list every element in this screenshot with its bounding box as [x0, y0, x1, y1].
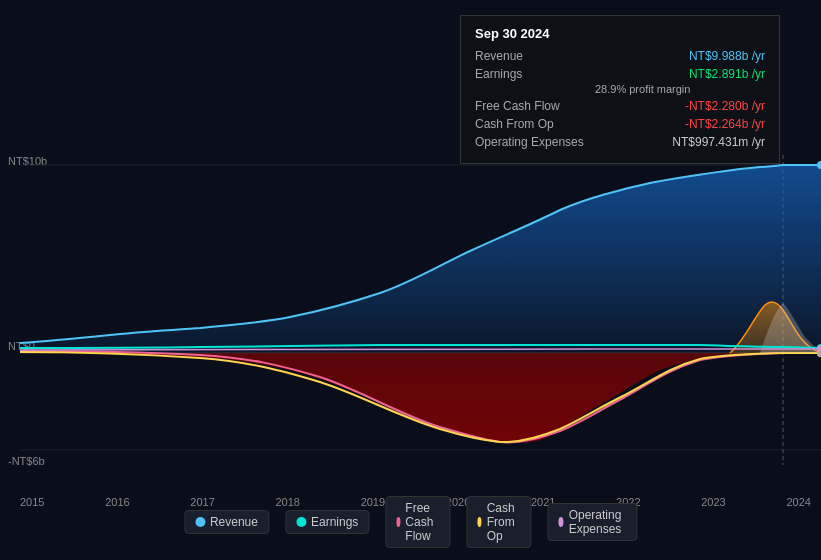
legend-fcf[interactable]: Free Cash Flow — [385, 496, 450, 548]
tooltip-row-revenue: Revenue NT$9.988b /yr — [475, 49, 765, 63]
chart-svg — [0, 155, 821, 465]
tooltip-value-revenue: NT$9.988b /yr — [689, 49, 765, 63]
tooltip-row-earnings: Earnings NT$2.891b /yr — [475, 67, 765, 81]
chart-legend: Revenue Earnings Free Cash Flow Cash Fro… — [184, 496, 637, 548]
tooltip-label-fcf: Free Cash Flow — [475, 99, 595, 113]
x-label-2016: 2016 — [105, 496, 129, 508]
legend-label-earnings: Earnings — [311, 515, 358, 529]
tooltip-value-fcf: -NT$2.280b /yr — [685, 99, 765, 113]
tooltip-row-cashop: Cash From Op -NT$2.264b /yr — [475, 117, 765, 131]
tooltip-value-earnings: NT$2.891b /yr — [689, 67, 765, 81]
tooltip-value-cashop: -NT$2.264b /yr — [685, 117, 765, 131]
tooltip-label-opex: Operating Expenses — [475, 135, 595, 149]
tooltip-label-cashop: Cash From Op — [475, 117, 595, 131]
tooltip-label-revenue: Revenue — [475, 49, 595, 63]
legend-dot-cashop — [477, 517, 481, 527]
x-label-2023: 2023 — [701, 496, 725, 508]
legend-label-cashop: Cash From Op — [487, 501, 521, 543]
tooltip-label-earnings: Earnings — [475, 67, 595, 81]
tooltip-row-fcf: Free Cash Flow -NT$2.280b /yr — [475, 99, 765, 113]
data-tooltip: Sep 30 2024 Revenue NT$9.988b /yr Earnin… — [460, 15, 780, 164]
legend-opex[interactable]: Operating Expenses — [547, 503, 637, 541]
tooltip-row-opex: Operating Expenses NT$997.431m /yr — [475, 135, 765, 149]
x-label-2024: 2024 — [786, 496, 810, 508]
legend-earnings[interactable]: Earnings — [285, 510, 369, 534]
legend-label-fcf: Free Cash Flow — [405, 501, 439, 543]
tooltip-title: Sep 30 2024 — [475, 26, 765, 41]
legend-label-revenue: Revenue — [210, 515, 258, 529]
legend-dot-opex — [558, 517, 563, 527]
legend-dot-earnings — [296, 517, 306, 527]
tooltip-value-opex: NT$997.431m /yr — [672, 135, 765, 149]
legend-cashop[interactable]: Cash From Op — [466, 496, 531, 548]
legend-label-opex: Operating Expenses — [569, 508, 626, 536]
legend-revenue[interactable]: Revenue — [184, 510, 269, 534]
legend-dot-revenue — [195, 517, 205, 527]
profit-margin-label: 28.9% profit margin — [475, 83, 765, 95]
x-label-2015: 2015 — [20, 496, 44, 508]
legend-dot-fcf — [396, 517, 400, 527]
